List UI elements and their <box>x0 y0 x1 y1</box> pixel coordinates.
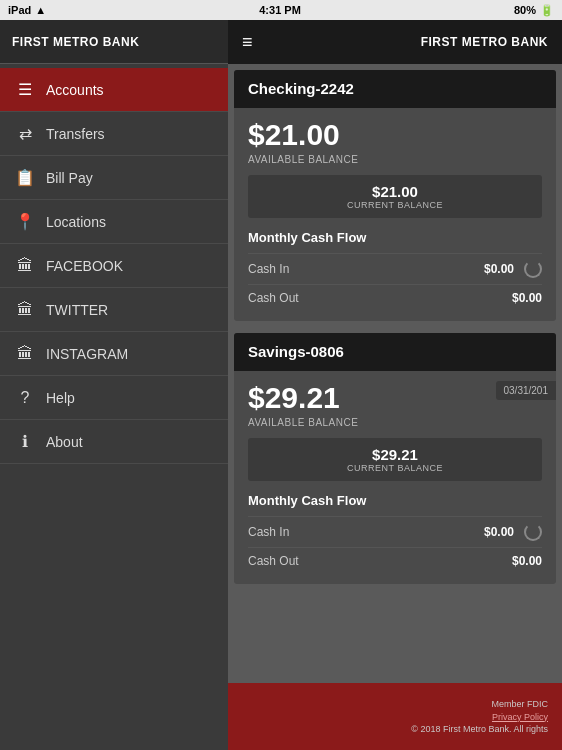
status-left: iPad ▲ <box>8 4 46 16</box>
checking-card-header: Checking-2242 <box>234 70 556 108</box>
sidebar-item-bill-pay[interactable]: 📋 Bill Pay <box>0 156 228 200</box>
checking-cash-in-spinner <box>524 260 542 278</box>
battery-label: 80% <box>514 4 536 16</box>
sidebar-nav: ☰ Accounts ⇄ Transfers 📋 Bill Pay 📍 Loca… <box>0 64 228 464</box>
footer-fdic: Member FDIC <box>242 697 548 711</box>
wifi-icon: ▲ <box>35 4 46 16</box>
savings-current-label: CURRENT BALANCE <box>260 463 530 473</box>
hamburger-button[interactable]: ≡ <box>242 32 253 53</box>
sidebar-item-facebook[interactable]: 🏛 FACEBOOK <box>0 244 228 288</box>
sidebar-item-label-transfers: Transfers <box>46 126 105 142</box>
sidebar-item-label-instagram: INSTAGRAM <box>46 346 128 362</box>
savings-available-label: AVAILABLE BALANCE <box>248 417 542 428</box>
checking-current-amount: $21.00 <box>260 183 530 200</box>
sidebar-item-label-bill-pay: Bill Pay <box>46 170 93 186</box>
checking-cash-in-amount: $0.00 <box>484 262 514 276</box>
main-content: ≡ First Metro Bank Checking-2242 $21.00 … <box>228 20 562 750</box>
savings-cash-in-amount: $0.00 <box>484 525 514 539</box>
checking-available-label: AVAILABLE BALANCE <box>248 154 542 165</box>
sidebar-item-label-locations: Locations <box>46 214 106 230</box>
sidebar-header: First Metro Bank <box>0 20 228 64</box>
sidebar-item-accounts[interactable]: ☰ Accounts <box>0 68 228 112</box>
sidebar-item-help[interactable]: ? Help <box>0 376 228 420</box>
bill-pay-icon: 📋 <box>14 168 36 187</box>
account-card-savings: Savings-0806 03/31/201 $29.21 AVAILABLE … <box>234 333 556 584</box>
sidebar-item-transfers[interactable]: ⇄ Transfers <box>0 112 228 156</box>
checking-cash-out-label: Cash Out <box>248 291 502 305</box>
checking-available-balance: $21.00 <box>248 118 542 152</box>
savings-cash-out-amount: $0.00 <box>512 554 542 568</box>
checking-cash-in-label: Cash In <box>248 262 474 276</box>
footer: Member FDIC Privacy Policy © 2018 First … <box>228 683 562 750</box>
status-right: 80% 🔋 <box>514 4 554 17</box>
checking-current-label: CURRENT BALANCE <box>260 200 530 210</box>
device-label: iPad <box>8 4 31 16</box>
sidebar-item-label-accounts: Accounts <box>46 82 104 98</box>
footer-copyright: © 2018 First Metro Bank. All rights <box>242 722 548 736</box>
footer-privacy-policy[interactable]: Privacy Policy <box>242 712 548 722</box>
checking-cash-flow-title: Monthly Cash Flow <box>248 230 542 245</box>
twitter-icon: 🏛 <box>14 301 36 319</box>
savings-cash-in-row: Cash In $0.00 <box>248 516 542 547</box>
savings-cash-flow-title: Monthly Cash Flow <box>248 493 542 508</box>
savings-cash-out-row: Cash Out $0.00 <box>248 547 542 574</box>
savings-cash-in-spinner <box>524 523 542 541</box>
help-icon: ? <box>14 389 36 407</box>
sidebar-item-label-about: About <box>46 434 83 450</box>
checking-title: Checking-2242 <box>248 80 354 97</box>
savings-title: Savings-0806 <box>248 343 344 360</box>
sidebar-item-label-facebook: FACEBOOK <box>46 258 123 274</box>
checking-card-body: $21.00 AVAILABLE BALANCE $21.00 CURRENT … <box>234 108 556 321</box>
sidebar-item-about[interactable]: ℹ About <box>0 420 228 464</box>
sidebar-item-instagram[interactable]: 🏛 INSTAGRAM <box>0 332 228 376</box>
savings-current-balance-box: $29.21 CURRENT BALANCE <box>248 438 542 481</box>
status-time: 4:31 PM <box>259 4 301 16</box>
savings-date-badge: 03/31/201 <box>496 381 557 400</box>
instagram-icon: 🏛 <box>14 345 36 363</box>
checking-cash-out-amount: $0.00 <box>512 291 542 305</box>
sidebar-item-twitter[interactable]: 🏛 TWITTER <box>0 288 228 332</box>
account-card-checking: Checking-2242 $21.00 AVAILABLE BALANCE $… <box>234 70 556 321</box>
main-header: ≡ First Metro Bank <box>228 20 562 64</box>
savings-card-header: Savings-0806 <box>234 333 556 371</box>
sidebar-item-label-twitter: TWITTER <box>46 302 108 318</box>
checking-cash-out-row: Cash Out $0.00 <box>248 284 542 311</box>
sidebar-item-label-help: Help <box>46 390 75 406</box>
facebook-icon: 🏛 <box>14 257 36 275</box>
sidebar-item-locations[interactable]: 📍 Locations <box>0 200 228 244</box>
savings-cash-in-label: Cash In <box>248 525 474 539</box>
transfers-icon: ⇄ <box>14 124 36 143</box>
savings-card-body: 03/31/201 $29.21 AVAILABLE BALANCE $29.2… <box>234 371 556 584</box>
accounts-icon: ☰ <box>14 80 36 99</box>
savings-current-amount: $29.21 <box>260 446 530 463</box>
sidebar-brand: First Metro Bank <box>12 35 139 49</box>
locations-icon: 📍 <box>14 212 36 231</box>
status-bar: iPad ▲ 4:31 PM 80% 🔋 <box>0 0 562 20</box>
savings-cash-out-label: Cash Out <box>248 554 502 568</box>
sidebar: First Metro Bank ☰ Accounts ⇄ Transfers … <box>0 20 228 750</box>
battery-icon: 🔋 <box>540 4 554 17</box>
about-icon: ℹ <box>14 432 36 451</box>
main-header-title: First Metro Bank <box>421 35 548 49</box>
checking-cash-in-row: Cash In $0.00 <box>248 253 542 284</box>
checking-current-balance-box: $21.00 CURRENT BALANCE <box>248 175 542 218</box>
